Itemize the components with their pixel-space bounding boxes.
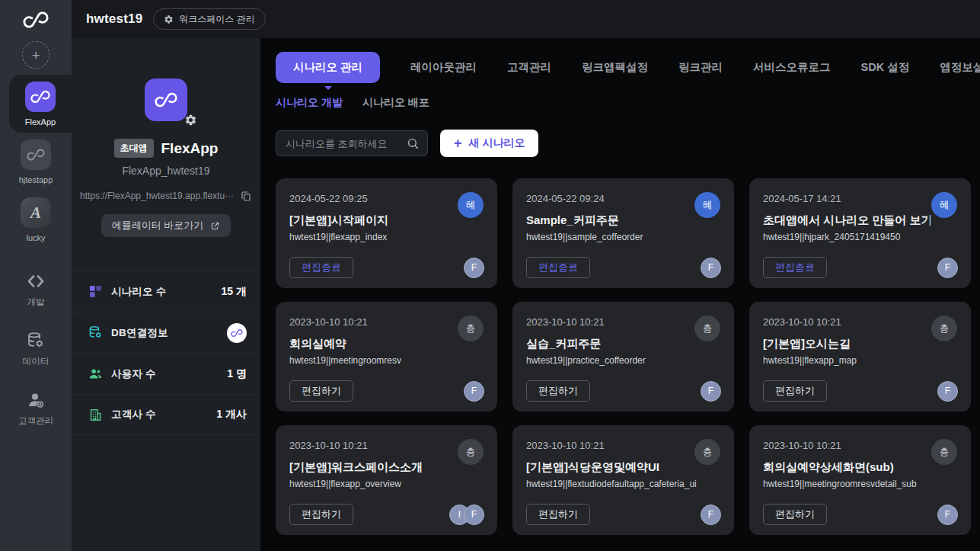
scenario-date: 2024-05-17 14:21	[763, 193, 841, 204]
top-bar: hwtest19 워크스페이스 관리	[72, 0, 980, 38]
rail-tool-customer-add[interactable]: 고객관리	[18, 391, 53, 427]
member-avatar: F	[937, 381, 958, 402]
scenario-title: 회의실예약	[289, 337, 457, 351]
stat-value: 15 개	[222, 285, 247, 299]
rail-app-lucky[interactable]: A lucky	[0, 191, 72, 248]
owner-avatar: 층	[694, 439, 720, 465]
main-tab[interactable]: 시나리오 관리	[276, 52, 380, 83]
panel-stat-row[interactable]: 시나리오 수 15 개	[72, 271, 260, 312]
users-icon	[88, 367, 103, 381]
member-avatar: F	[464, 258, 484, 278]
scenario-search	[276, 130, 428, 156]
sub-tab-bar: 시나리오 개발시나리오 배포	[276, 96, 971, 110]
edit-button[interactable]: 편집종료	[763, 257, 827, 278]
member-avatars: F	[937, 258, 958, 278]
member-avatars: IF	[449, 505, 484, 525]
scenario-title: Sample_커피주문	[526, 213, 694, 228]
lucky-icon: A	[21, 197, 51, 228]
flexapp-infinity-icon	[155, 88, 177, 111]
app-rail: + FlexApp hjtestapp A lucky 개발 데이터 고객관리	[0, 0, 72, 551]
scenario-card[interactable]: 2024-05-22 09:25 혜 [기본앱]시작페이지 hwtest19||…	[276, 178, 497, 288]
edit-button[interactable]: 편집하기	[526, 504, 590, 525]
app-settings-gear-icon[interactable]	[184, 114, 197, 127]
search-input[interactable]	[286, 138, 407, 149]
main-tab[interactable]: 레이아웃관리	[410, 60, 477, 75]
scenario-code: hwtest19||flexapp_map	[763, 355, 957, 366]
scenario-card[interactable]: 2023-10-10 10:21 층 회의실예약상세화면(sub) hwtest…	[749, 425, 971, 535]
scenario-card[interactable]: 2023-10-10 10:21 층 회의실예약 hwtest19||meeti…	[276, 302, 497, 412]
main-tab[interactable]: 고객관리	[507, 60, 551, 75]
rail-app-list: FlexApp hjtestapp A lucky	[0, 75, 72, 248]
scenario-card[interactable]: 2023-10-10 10:21 층 실습_커피주문 hwtest19||pra…	[512, 302, 734, 412]
app-logo	[145, 78, 187, 121]
edit-button[interactable]: 편집하기	[289, 504, 353, 525]
rail-tool-list: 개발 데이터 고객관리	[0, 248, 72, 427]
copy-icon[interactable]	[240, 190, 252, 202]
scenario-card[interactable]: 2023-10-10 10:21 층 [기본앱]식당운영및예약UI hwtest…	[512, 425, 734, 535]
edit-button[interactable]: 편집종료	[526, 257, 590, 278]
scenario-date: 2024-05-22 09:25	[289, 193, 368, 204]
main-tab[interactable]: 링크앱팩설정	[582, 60, 648, 75]
main-tab[interactable]: 링크관리	[678, 60, 723, 75]
member-avatar: F	[937, 258, 958, 278]
rail-tool-label: 고객관리	[18, 415, 53, 427]
edit-button[interactable]: 편집하기	[289, 380, 353, 402]
app-detail-panel: 초대앱 FlexApp FlexApp_hwtest19 https://Fle…	[72, 38, 260, 551]
scenario-title: [기본앱]오시는길	[763, 337, 931, 351]
stat-label: 시나리오 수	[111, 285, 166, 299]
owner-avatar: 층	[931, 439, 957, 465]
external-link-icon	[210, 221, 220, 231]
scenario-date: 2023-10-10 10:21	[526, 316, 605, 328]
stat-label: DB연결정보	[111, 326, 168, 340]
main-tab[interactable]: 서비스오류로그	[753, 60, 831, 75]
emulator-link-button[interactable]: 에뮬레이터 바로가기	[101, 214, 231, 237]
app-stats-list: 시나리오 수 15 개 DB연결정보 사용자 수 1 명 고객사 수 1 개사	[72, 271, 260, 435]
edit-button[interactable]: 편집종료	[289, 257, 353, 278]
new-scenario-button[interactable]: + 새 시나리오	[440, 130, 538, 157]
sub-tab[interactable]: 시나리오 배포	[362, 96, 429, 110]
rail-app-hjtestapp[interactable]: hjtestapp	[0, 133, 72, 191]
main-tab[interactable]: SDK 설정	[861, 60, 910, 75]
scenario-card[interactable]: 2023-10-10 10:21 층 [기본앱]워크스페이스소개 hwtest1…	[276, 425, 497, 535]
edit-button[interactable]: 편집하기	[526, 380, 590, 402]
scenario-card[interactable]: 2024-05-22 09:24 혜 Sample_커피주문 hwtest19|…	[512, 178, 734, 288]
scenario-title: [기본앱]식당운영및예약UI	[526, 460, 694, 475]
database-gear-icon	[88, 325, 103, 340]
edit-button[interactable]: 편집하기	[763, 504, 827, 525]
workspace-manage-label: 워크스페이스 관리	[179, 13, 254, 26]
flex-logo-badge[interactable]	[227, 323, 247, 343]
gear-icon	[164, 14, 174, 24]
owner-avatar: 층	[458, 316, 484, 341]
code-icon	[27, 272, 45, 290]
scenario-code: hwtest19||sample_coffeorder	[526, 232, 720, 242]
scenario-card[interactable]: 2024-05-17 14:21 혜 초대앱에서 시나리오 만들어 보기 hwt…	[749, 178, 971, 288]
panel-stat-row[interactable]: DB연결정보	[72, 312, 260, 353]
search-icon[interactable]	[407, 137, 420, 150]
edit-button[interactable]: 편집하기	[763, 380, 827, 402]
main-tab[interactable]: 앱정보설정	[940, 60, 980, 75]
stat-label: 고객사 수	[111, 408, 156, 421]
panel-stat-row[interactable]: 고객사 수 1 개사	[72, 394, 260, 435]
scenario-date: 2024-05-22 09:24	[526, 193, 605, 204]
rail-tool-code[interactable]: 개발	[27, 272, 45, 308]
add-app-button[interactable]: +	[22, 41, 49, 69]
app-name: FlexApp	[161, 140, 219, 157]
workspace-title: hwtest19	[86, 11, 142, 27]
invite-app-badge: 초대앱	[114, 139, 154, 158]
plus-icon: +	[454, 136, 462, 150]
owner-avatar: 층	[931, 316, 957, 341]
owner-avatar: 혜	[694, 192, 720, 218]
sub-tab[interactable]: 시나리오 개발	[276, 96, 343, 110]
owner-avatar: 층	[458, 439, 484, 465]
panel-stat-row[interactable]: 사용자 수 1 명	[72, 353, 260, 394]
scenario-icon	[88, 284, 103, 299]
scenario-card[interactable]: 2023-10-10 10:21 층 [기본앱]오시는길 hwtest19||f…	[749, 302, 971, 412]
scenario-title: 실습_커피주문	[526, 337, 694, 351]
rail-tool-database-gear[interactable]: 데이터	[23, 332, 49, 367]
rail-app-label: FlexApp	[25, 117, 56, 127]
workspace-manage-button[interactable]: 워크스페이스 관리	[153, 8, 265, 30]
rail-app-flexapp[interactable]: FlexApp	[9, 75, 72, 133]
member-avatar: F	[464, 505, 484, 525]
member-avatar: F	[701, 381, 721, 402]
scenario-code: hwtest19||flexapp_index	[289, 232, 484, 242]
